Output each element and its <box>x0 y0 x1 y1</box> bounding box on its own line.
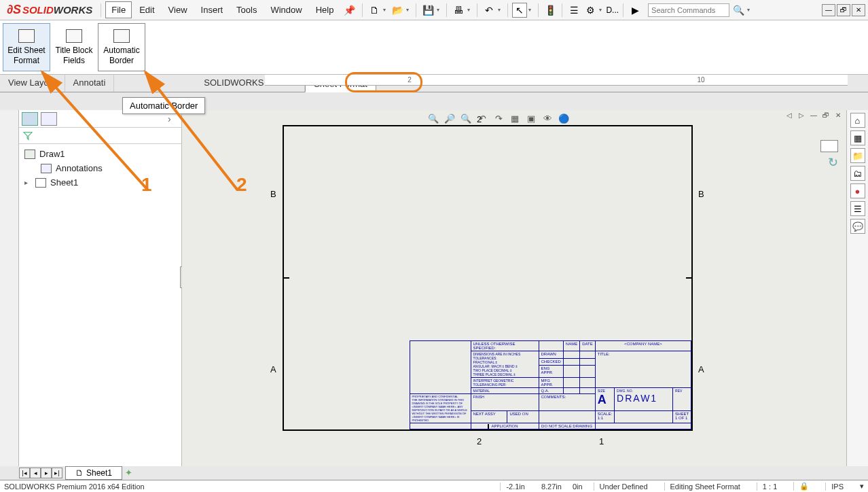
print-icon[interactable]: 🖶 <box>451 3 466 18</box>
doc-minimize-icon[interactable]: — <box>808 110 819 120</box>
status-lock-icon[interactable]: 🔒 <box>793 482 814 491</box>
open-doc-dropdown[interactable]: ▾ <box>406 7 412 13</box>
new-doc-icon[interactable]: 🗋 <box>367 3 382 18</box>
tree-item-sheet1[interactable]: ▸ Sheet1 <box>22 175 179 190</box>
menu-insert[interactable]: Insert <box>195 1 230 18</box>
tb-nextassy: NEXT ASSY <box>471 411 507 423</box>
panel-expand-icon[interactable]: › <box>168 113 179 124</box>
hide-show-icon[interactable]: 👁 <box>541 111 554 125</box>
tree-root-draw1[interactable]: Draw1 <box>22 147 179 161</box>
edit-sheet-format-button[interactable]: Edit Sheet Format <box>3 23 50 71</box>
zoom-area-icon[interactable]: 🔎 <box>443 111 456 125</box>
tb-comments: COMMENTS: <box>539 394 595 411</box>
open-doc-icon[interactable]: 📂 <box>390 3 405 18</box>
menu-view[interactable]: View <box>162 1 194 18</box>
sheet-nav-prev[interactable]: ◂ <box>30 468 41 478</box>
refresh-preview-icon[interactable]: ↻ <box>828 155 838 170</box>
display-style-icon[interactable]: ▣ <box>524 111 538 125</box>
automatic-border-tooltip: Automatic Border <box>122 97 205 114</box>
expand-icon[interactable]: ▸ <box>24 179 31 186</box>
appearances-icon[interactable]: ● <box>850 183 865 198</box>
sheet-tab-sheet1[interactable]: 🗋 Sheet1 <box>65 466 122 480</box>
callout-1: 1 <box>141 174 152 196</box>
edit-sheet-format-label: Edit Sheet Format <box>6 46 47 65</box>
ruler-top: 2 10 <box>265 75 848 86</box>
undo-icon[interactable]: ↶ <box>482 3 496 18</box>
search-icon[interactable]: 🔍 <box>731 3 746 18</box>
options-list-icon[interactable]: ☰ <box>566 3 581 18</box>
save-icon[interactable]: 💾 <box>420 3 435 18</box>
close-button[interactable]: ✕ <box>852 4 865 16</box>
task-pane: ⌂ ▦ 📁 🗂 ● ☰ 💬 <box>846 110 868 466</box>
automatic-border-button[interactable]: Automatic Border <box>98 23 145 71</box>
rebuild-icon[interactable]: 🚦 <box>543 3 558 18</box>
title-block-fields-button[interactable]: Title Block Fields <box>50 23 98 71</box>
zoom-fit-icon[interactable]: 🔍 <box>427 111 440 125</box>
title-block[interactable]: UNLESS OTHERWISE SPECIFIED: NAME DATE <C… <box>410 340 692 429</box>
forum-icon[interactable]: 💬 <box>850 219 865 234</box>
tb-scale: SCALE: 1:1 <box>595 411 614 423</box>
select-icon[interactable]: ↖ <box>512 3 527 18</box>
menu-window[interactable]: Window <box>264 1 308 18</box>
section-view-icon[interactable]: ▦ <box>508 111 522 125</box>
play-icon[interactable]: ▶ <box>628 3 643 18</box>
doc-prev-icon[interactable]: ◁ <box>784 110 795 120</box>
title-block-fields-icon <box>66 29 82 43</box>
pin-icon[interactable]: 📌 <box>341 5 358 16</box>
doc-close-icon[interactable]: ✕ <box>833 110 844 120</box>
properties-icon[interactable]: ☰ <box>850 201 865 216</box>
status-dropdown[interactable]: ▾ <box>860 482 864 491</box>
sheet-nav-last[interactable]: ▸| <box>52 468 62 478</box>
home-icon[interactable]: ⌂ <box>850 113 865 128</box>
design-library-icon[interactable]: 📁 <box>850 148 865 163</box>
sheet-nav-first[interactable]: |◂ <box>19 468 30 478</box>
rotate-left-icon[interactable]: ↶ <box>475 111 489 125</box>
print-dropdown[interactable]: ▾ <box>467 7 473 13</box>
menu-help[interactable]: Help <box>310 1 340 18</box>
add-sheet-icon[interactable]: ✦ <box>125 468 137 478</box>
status-scale[interactable]: 1 : 1 <box>757 482 782 491</box>
doc-restore-icon[interactable]: 🗗 <box>820 110 831 120</box>
settings-dropdown[interactable]: ▾ <box>599 7 604 13</box>
status-mode: Editing Sheet Format <box>664 482 746 491</box>
menu-tools[interactable]: Tools <box>230 1 263 18</box>
feature-tree-tab-icon[interactable] <box>22 112 38 126</box>
resources-icon[interactable]: ▦ <box>850 130 865 145</box>
filter-funnel-icon[interactable] <box>23 131 33 141</box>
status-state: Under Defined <box>594 482 653 491</box>
heads-up-toolbar: 🔍 🔎 🔍 ↶ ↷ ▦ ▣ 👁 🔵 <box>427 111 571 125</box>
tb-engappr: ENG APPR. <box>539 366 563 378</box>
tab-view-layout[interactable]: View Layout <box>0 75 65 92</box>
rotate-right-icon[interactable]: ↷ <box>492 111 505 125</box>
settings-icon[interactable]: ⚙ <box>583 3 598 18</box>
save-dropdown[interactable]: ▾ <box>437 7 442 13</box>
select-dropdown[interactable]: ▾ <box>528 7 534 13</box>
menu-file[interactable]: File <box>105 1 132 18</box>
sheet-preview-thumb[interactable] <box>820 140 838 152</box>
file-explorer-icon[interactable]: 🗂 <box>850 166 865 181</box>
status-units[interactable]: IPS <box>825 482 849 491</box>
undo-dropdown[interactable]: ▾ <box>498 7 503 13</box>
tb-title: TITLE: <box>595 351 691 388</box>
drawing-canvas[interactable]: ◁ ▷ — 🗗 ✕ 🔍 🔎 🔍 ↶ ↷ ▦ ▣ 👁 🔵 2 B B A A 2 … <box>182 110 846 466</box>
left-gutter <box>0 110 19 466</box>
tb-prop: PROPRIETARY AND CONFIDENTIAL <box>412 395 458 398</box>
restore-button[interactable]: 🗗 <box>837 4 850 16</box>
search-commands-input[interactable] <box>648 3 729 17</box>
tb-company: <COMPANY NAME> <box>595 341 691 351</box>
zoom-prev-icon[interactable]: 🔍 <box>459 111 473 125</box>
search-dropdown[interactable]: ▾ <box>747 7 753 13</box>
tab-annotation[interactable]: Annotati <box>65 75 115 92</box>
doc-next-icon[interactable]: ▷ <box>796 110 807 120</box>
appearance-icon[interactable]: 🔵 <box>557 111 571 125</box>
tree-item-annotations[interactable]: Annotations <box>22 161 179 175</box>
drawing-border: UNLESS OTHERWISE SPECIFIED: NAME DATE <C… <box>283 125 693 431</box>
new-doc-dropdown[interactable]: ▾ <box>383 7 388 13</box>
ds-logo-icon: ∂S <box>7 3 21 17</box>
zone-left-b: B <box>270 189 276 199</box>
minimize-button[interactable]: — <box>822 4 835 16</box>
property-manager-tab-icon[interactable] <box>41 112 57 126</box>
menu-edit[interactable]: Edit <box>133 1 160 18</box>
sheet-nav-next[interactable]: ▸ <box>41 468 52 478</box>
tb-usedon: USED ON <box>507 411 539 423</box>
